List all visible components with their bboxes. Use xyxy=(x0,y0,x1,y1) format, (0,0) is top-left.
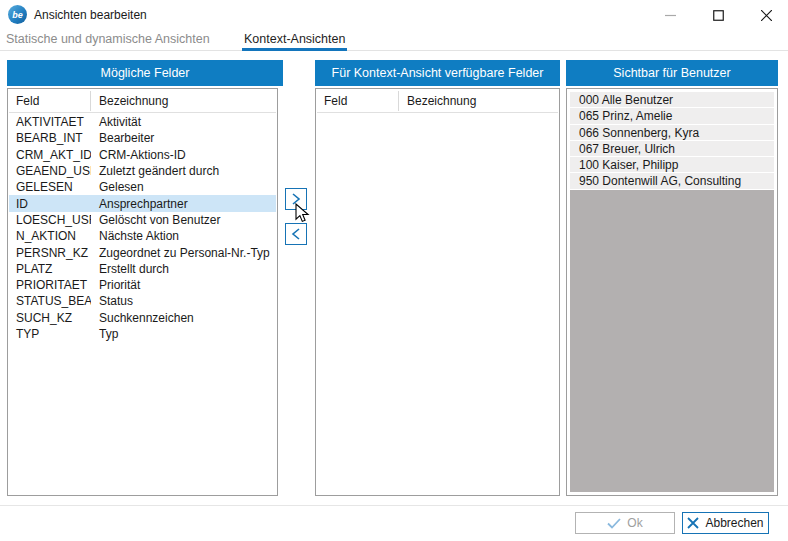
bezeichnung-cell: Suchkennzeichen xyxy=(91,311,276,325)
field-cell: LOESCH_USR xyxy=(9,213,91,227)
field-cell: N_AKTION xyxy=(9,229,91,243)
user-list-item[interactable]: 000 Alle Benutzer xyxy=(570,92,774,108)
cancel-button-label: Abbrechen xyxy=(705,516,763,530)
available-fields-header: Für Kontext-Ansicht verfügbare Felder xyxy=(315,60,560,86)
available-fields-body xyxy=(317,114,558,494)
field-cell: PLATZ xyxy=(9,262,91,276)
field-row[interactable]: AKTIVITAETAktivität xyxy=(9,114,276,130)
field-row[interactable]: N_AKTIONNächste Aktion xyxy=(9,228,276,244)
bezeichnung-cell: Zuletzt geändert durch xyxy=(91,164,276,178)
bezeichnung-cell: Ansprechpartner xyxy=(91,197,276,211)
user-list-item[interactable]: 067 Breuer, Ulrich xyxy=(570,141,774,157)
visible-users-panel[interactable]: 000 Alle Benutzer065 Prinz, Amelie066 So… xyxy=(566,88,778,496)
field-row[interactable]: GEAEND_USRZuletzt geändert durch xyxy=(9,163,276,179)
close-button[interactable] xyxy=(744,0,788,30)
field-cell: STATUS_BEA xyxy=(9,294,91,308)
move-left-button[interactable] xyxy=(285,223,307,245)
bezeichnung-cell: Erstellt durch xyxy=(91,262,276,276)
bezeichnung-cell: Status xyxy=(91,294,276,308)
move-right-button[interactable] xyxy=(285,188,307,210)
field-row[interactable]: CRM_AKT_IDCRM-Aktions-ID xyxy=(9,147,276,163)
field-row[interactable]: BEARB_INTBearbeiter xyxy=(9,130,276,146)
column-header-bezeichnung[interactable]: Bezeichnung xyxy=(399,94,558,108)
column-header-bezeichnung[interactable]: Bezeichnung xyxy=(91,94,276,108)
user-list-item[interactable]: 066 Sonnenberg, Kyra xyxy=(570,125,774,141)
dialog-window: be Ansichten bearbeiten Statische und dy… xyxy=(0,0,788,541)
close-icon xyxy=(761,10,772,21)
maximize-button[interactable] xyxy=(696,0,741,30)
field-row[interactable]: STATUS_BEAStatus xyxy=(9,293,276,309)
bezeichnung-cell: Aktivität xyxy=(91,115,276,129)
users-list-empty-area xyxy=(570,190,774,492)
field-cell: SUCH_KZ xyxy=(9,311,91,325)
column-header-feld[interactable]: Feld xyxy=(9,91,91,111)
field-cell: AKTIVITAET xyxy=(9,115,91,129)
app-logo-icon: be xyxy=(8,5,27,24)
tab-static-dynamic-views[interactable]: Statische und dynamische Ansichten xyxy=(6,30,210,50)
check-icon xyxy=(607,518,621,529)
user-list-item[interactable]: 065 Prinz, Amelie xyxy=(570,108,774,124)
tab-context-views[interactable]: Kontext-Ansichten xyxy=(242,30,347,51)
possible-fields-body: AKTIVITAETAktivitätBEARB_INTBearbeiterCR… xyxy=(9,114,276,494)
ok-button-label: Ok xyxy=(627,516,642,530)
bezeichnung-cell: Gelöscht von Benutzer xyxy=(91,213,276,227)
field-row[interactable]: TYPTyp xyxy=(9,326,276,342)
possible-fields-table[interactable]: Feld Bezeichnung AKTIVITAETAktivitätBEAR… xyxy=(7,88,278,496)
bezeichnung-cell: CRM-Aktions-ID xyxy=(91,148,276,162)
field-row[interactable]: PLATZErstellt durch xyxy=(9,261,276,277)
minimize-button[interactable] xyxy=(648,0,693,30)
possible-fields-header: Mögliche Felder xyxy=(7,60,283,86)
user-list-item[interactable]: 950 Dontenwill AG, Consulting xyxy=(570,173,774,189)
field-cell: CRM_AKT_ID xyxy=(9,148,91,162)
title-bar[interactable]: be Ansichten bearbeiten xyxy=(0,0,788,30)
footer-divider xyxy=(0,505,788,506)
available-fields-column-headers: Feld Bezeichnung xyxy=(317,89,558,113)
visible-users-list: 000 Alle Benutzer065 Prinz, Amelie066 So… xyxy=(570,92,774,190)
tab-bar: Statische und dynamische Ansichten Konte… xyxy=(0,30,788,51)
field-cell: ID xyxy=(9,197,91,211)
possible-fields-column-headers: Feld Bezeichnung xyxy=(9,89,276,113)
bezeichnung-cell: Gelesen xyxy=(91,180,276,194)
cancel-button[interactable]: Abbrechen xyxy=(682,512,769,534)
field-row[interactable]: IDAnsprechpartner xyxy=(9,195,276,211)
right-chevron-icon xyxy=(290,193,302,205)
bezeichnung-cell: Bearbeiter xyxy=(91,131,276,145)
field-cell: TYP xyxy=(9,327,91,341)
field-cell: GEAEND_USR xyxy=(9,164,91,178)
maximize-icon xyxy=(713,10,724,21)
visible-users-header: Sichtbar für Benutzer xyxy=(566,60,778,86)
left-chevron-icon xyxy=(290,228,302,240)
bezeichnung-cell: Nächste Aktion xyxy=(91,229,276,243)
bezeichnung-cell: Typ xyxy=(91,327,276,341)
minimize-icon xyxy=(665,10,676,21)
field-row[interactable]: LOESCH_USRGelöscht von Benutzer xyxy=(9,212,276,228)
field-cell: GELESEN xyxy=(9,180,91,194)
field-cell: PRIORITAET xyxy=(9,278,91,292)
ok-button[interactable]: Ok xyxy=(575,512,675,534)
field-row[interactable]: PRIORITAETPriorität xyxy=(9,277,276,293)
field-cell: BEARB_INT xyxy=(9,131,91,145)
user-list-item[interactable]: 100 Kaiser, Philipp xyxy=(570,157,774,173)
field-cell: PERSNR_KZ xyxy=(9,246,91,260)
bezeichnung-cell: Zugeordnet zu Personal-Nr.-Typ xyxy=(91,246,276,260)
field-row[interactable]: SUCH_KZSuchkennzeichen xyxy=(9,310,276,326)
available-fields-table[interactable]: Feld Bezeichnung xyxy=(315,88,560,496)
field-row[interactable]: PERSNR_KZZugeordnet zu Personal-Nr.-Typ xyxy=(9,244,276,260)
column-header-feld[interactable]: Feld xyxy=(317,91,399,111)
field-row[interactable]: GELESENGelesen xyxy=(9,179,276,195)
bezeichnung-cell: Priorität xyxy=(91,278,276,292)
window-title: Ansichten bearbeiten xyxy=(34,8,147,22)
x-icon xyxy=(687,517,699,529)
